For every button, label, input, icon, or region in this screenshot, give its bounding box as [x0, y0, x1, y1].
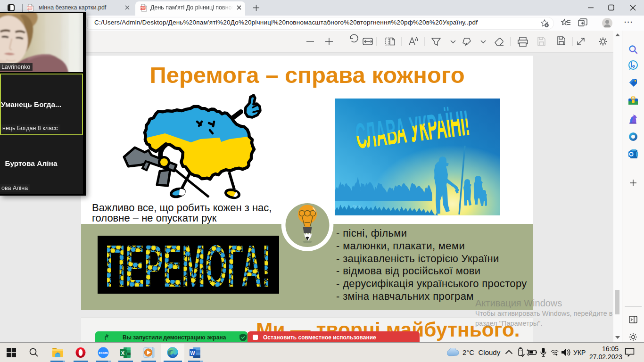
svg-text:PDF: PDF — [27, 7, 33, 9]
svg-text:W: W — [190, 350, 195, 356]
svg-text:zoom: zoom — [99, 351, 108, 355]
svg-text:тн-v: тн-v — [353, 204, 361, 209]
svg-text:ПЕРЕМОГА!: ПЕРЕМОГА! — [105, 236, 271, 294]
svg-text:PDF: PDF — [140, 7, 146, 9]
svg-text:X: X — [121, 350, 125, 356]
